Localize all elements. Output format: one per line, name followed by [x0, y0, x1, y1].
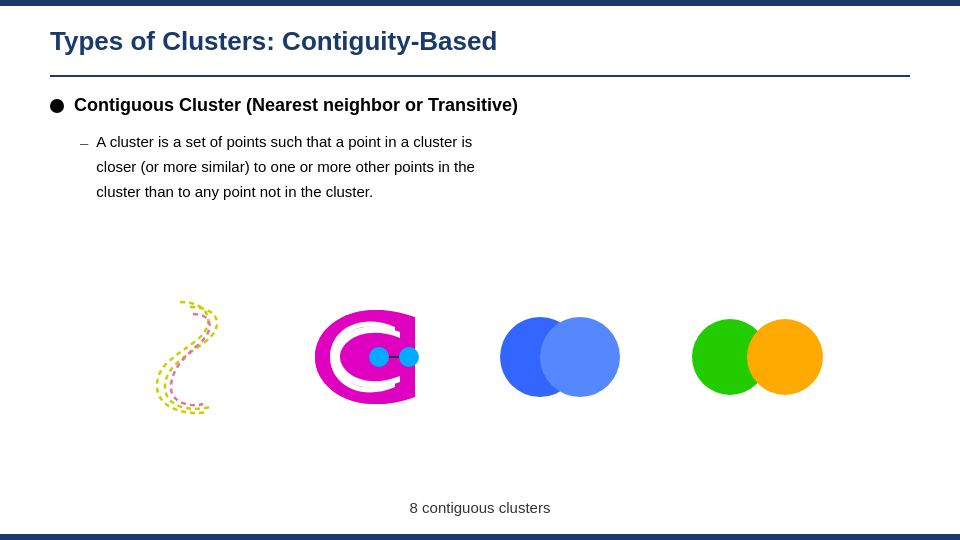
- svg-point-6: [747, 319, 823, 395]
- slide-title: Types of Clusters: Contiguity-Based: [50, 26, 910, 65]
- slide: Types of Clusters: Contiguity-Based Cont…: [0, 0, 960, 540]
- sub-text-line3: cluster than to any point not in the clu…: [96, 183, 373, 200]
- bullet-main-text: Contiguous Cluster (Nearest neighbor or …: [74, 95, 518, 116]
- sub-text-line1: A cluster is a set of points such that a…: [96, 133, 472, 150]
- sub-text-line2: closer (or more similar) to one or more …: [96, 158, 474, 175]
- sub-text: A cluster is a set of points such that a…: [96, 130, 474, 204]
- illustrations-row: [50, 222, 910, 491]
- svg-point-4: [540, 317, 620, 397]
- svg-point-1: [399, 347, 419, 367]
- content: Types of Clusters: Contiguity-Based Cont…: [0, 6, 960, 534]
- sub-bullet: – A cluster is a set of points such that…: [80, 130, 910, 204]
- green-yellow-circles: [685, 302, 825, 412]
- bullet-dot-icon: [50, 99, 64, 113]
- squiggly-cluster: [135, 292, 245, 422]
- caption: 8 contiguous clusters: [50, 499, 910, 516]
- title-underline: [50, 75, 910, 77]
- overlapping-blue-circles: [495, 302, 625, 412]
- bullet-section: Contiguous Cluster (Nearest neighbor or …: [50, 95, 910, 204]
- c-shape-cluster: [305, 292, 435, 422]
- bottom-bar: [0, 534, 960, 540]
- dash-icon: –: [80, 131, 88, 156]
- bullet-main: Contiguous Cluster (Nearest neighbor or …: [50, 95, 910, 116]
- svg-point-0: [369, 347, 389, 367]
